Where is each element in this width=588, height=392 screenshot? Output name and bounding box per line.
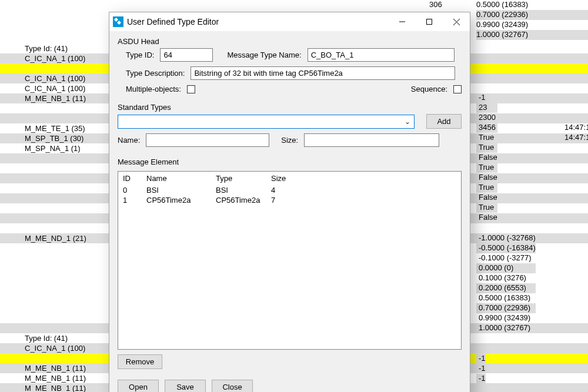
multiple-objects-label: Multiple-objects: bbox=[126, 85, 181, 93]
close-window-button[interactable] bbox=[443, 12, 470, 31]
type-id-input[interactable] bbox=[160, 48, 213, 62]
message-type-name-input[interactable] bbox=[308, 48, 455, 62]
message-type-name-label: Message Type Name: bbox=[227, 51, 301, 59]
type-id-label: Type ID: bbox=[126, 51, 154, 59]
message-element-table[interactable]: ID Name Type Size 0 BSI BSI 4 1 CP56Time… bbox=[118, 171, 462, 350]
bg-right-values-1: -12323003456TrueTrueFalseTrueFalseTrueFa… bbox=[476, 93, 497, 223]
svg-rect-1 bbox=[427, 19, 432, 25]
multiple-objects-checkbox[interactable] bbox=[187, 85, 195, 93]
bg-top-values: 0.5000 (16383) 0.7000 (22936) 0.9900 (32… bbox=[476, 0, 588, 40]
add-button[interactable]: Add bbox=[426, 114, 462, 129]
asdu-head-label: ASDU Head bbox=[118, 37, 462, 46]
maximize-button[interactable] bbox=[416, 12, 443, 31]
table-row[interactable]: 1 CP56Time2a CP56Time2a 7 bbox=[118, 195, 461, 205]
col-name: Name bbox=[146, 174, 216, 183]
close-button[interactable]: Close bbox=[212, 380, 253, 392]
standard-types-dropdown[interactable] bbox=[118, 115, 415, 129]
window-title: User Defined Type Editor bbox=[127, 17, 219, 26]
app-icon bbox=[113, 16, 123, 27]
type-description-label: Type Description: bbox=[126, 69, 185, 78]
sequence-label: Sequence: bbox=[411, 85, 447, 93]
col-size: Size bbox=[271, 174, 306, 183]
col-type: Type bbox=[216, 174, 271, 183]
minimize-button[interactable] bbox=[389, 12, 416, 31]
standard-types-label: Standard Types bbox=[118, 103, 462, 112]
save-button[interactable]: Save bbox=[165, 380, 206, 392]
bg-times: 14:47:1314:47:13 bbox=[564, 123, 588, 143]
message-element-label: Message Element bbox=[118, 158, 462, 166]
col-id: ID bbox=[123, 174, 146, 183]
name-input[interactable] bbox=[146, 133, 269, 147]
size-label: Size: bbox=[281, 136, 298, 145]
name-label: Name: bbox=[118, 136, 140, 145]
user-defined-type-editor-dialog: User Defined Type Editor ASDU Head Type … bbox=[109, 12, 470, 392]
remove-button[interactable]: Remove bbox=[118, 354, 162, 369]
bg-right-values-2: -1.0000 (-32768)-0.5000 (-16384)-0.1000 … bbox=[476, 233, 536, 333]
open-button[interactable]: Open bbox=[118, 380, 159, 392]
table-row[interactable]: 0 BSI BSI 4 bbox=[118, 185, 461, 195]
bg-right-values-3: -1-1-1 bbox=[476, 354, 486, 384]
size-input[interactable] bbox=[304, 133, 439, 147]
bg-row-count: 306 bbox=[429, 0, 442, 9]
type-description-input[interactable] bbox=[191, 66, 455, 80]
sequence-checkbox[interactable] bbox=[453, 85, 462, 93]
titlebar: User Defined Type Editor bbox=[109, 12, 470, 31]
